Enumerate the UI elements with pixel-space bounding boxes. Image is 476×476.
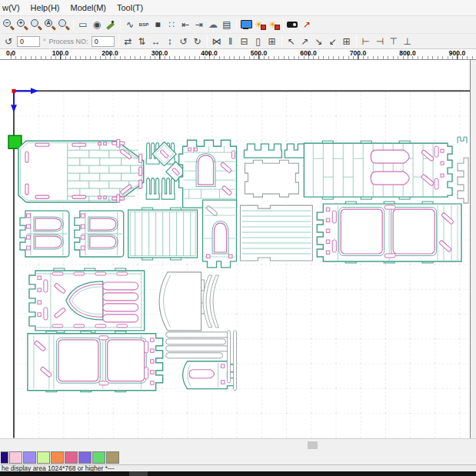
align-left-icon[interactable]: ⊢ <box>359 35 373 48</box>
param-list-icon[interactable]: ▤ <box>220 18 234 32</box>
zoom-pan-icon[interactable] <box>29 18 43 32</box>
laser-origin-icon[interactable] <box>253 18 267 32</box>
scrollbar-thumb[interactable] <box>308 441 318 449</box>
same-size-icon[interactable]: ⊞ <box>265 35 279 48</box>
laser-position-icon[interactable] <box>267 18 281 32</box>
ruler-label-400.0: 400.0 <box>201 49 217 57</box>
ruler-label-0.0: 0.0 <box>6 49 15 57</box>
piece-comb-right[interactable] <box>458 158 468 203</box>
ruler-label-500.0: 500.0 <box>251 49 267 57</box>
ruler-label-700.0: 700.0 <box>350 49 366 57</box>
toolbar-separator <box>236 19 237 31</box>
align-bottom-icon[interactable]: ⊥ <box>401 35 414 48</box>
toolbar-separator <box>120 19 121 31</box>
transform-toolbar: ↺0°Process NO:0⇄⇅↔↕↺↻⋈‖⊟▯⊞↖↗↘↙⊞⊢⊣⊤⊥ <box>0 33 476 48</box>
piece-curved-panel[interactable] <box>159 272 204 331</box>
toolbar-separator <box>356 35 357 47</box>
piece-tower-panel-1[interactable] <box>20 211 69 257</box>
v-distance-icon[interactable]: ⇥ <box>192 18 206 32</box>
laser-pen-icon[interactable]: ↗ <box>300 18 314 32</box>
rotate-left-icon[interactable]: ↺ <box>177 35 191 48</box>
piece-arch-column[interactable] <box>203 200 237 268</box>
color-swatch-8[interactable] <box>106 451 119 464</box>
weld-icon[interactable]: ⋈ <box>210 35 224 48</box>
toolbar-separator <box>281 35 282 47</box>
piece-plank-panel[interactable] <box>304 141 452 199</box>
zoom-select-icon[interactable] <box>57 18 71 32</box>
color-swatch-1[interactable] <box>9 451 22 464</box>
color-palette <box>0 451 476 464</box>
color-swatch-7[interactable] <box>92 451 105 464</box>
frame-tool-icon[interactable]: ▭ <box>76 18 90 32</box>
taskbar-edge <box>0 471 476 476</box>
pen-tool-icon[interactable] <box>104 18 118 32</box>
align-right-icon[interactable]: ⊣ <box>373 35 387 48</box>
magnifier-glass <box>31 19 38 27</box>
piece-battlement-strip-1[interactable] <box>244 144 281 158</box>
toolbar-separator <box>118 35 119 47</box>
color-swatch-5[interactable] <box>65 451 78 464</box>
zoom-out-icon[interactable]: − <box>2 18 15 32</box>
group-icon[interactable]: ‖ <box>224 35 238 48</box>
menu-item-1[interactable]: Help(H) <box>31 3 60 12</box>
same-height-icon[interactable]: ▯ <box>251 35 265 48</box>
piece-door-panel-right[interactable] <box>317 201 461 263</box>
horizontal-ruler[interactable]: 0.0100.0200.0300.0400.0500.0600.0700.080… <box>0 48 476 60</box>
magnifier-glass: − <box>3 19 11 27</box>
magnifier-glass: A <box>45 19 52 27</box>
toolbar-separator <box>283 19 284 31</box>
piece-ladder-panel[interactable] <box>240 205 312 261</box>
align-bottom-left-icon[interactable]: ↙ <box>326 35 340 48</box>
same-width-icon[interactable]: ⊟ <box>238 35 251 48</box>
zoom-in-icon[interactable]: + <box>15 18 29 32</box>
align-bottom-right-icon[interactable]: ↘ <box>312 35 326 48</box>
toolbar-separator <box>73 19 74 31</box>
align-top-left-icon[interactable]: ↖ <box>285 35 298 48</box>
curve-tool-icon[interactable]: ∿ <box>123 18 137 32</box>
horizontal-scrollbar[interactable] <box>0 438 476 451</box>
ruler-label-900.0: 900.0 <box>449 49 465 57</box>
color-swatch-2[interactable] <box>23 451 36 464</box>
color-swatch-3[interactable] <box>37 451 50 464</box>
zoom-all-icon[interactable]: A <box>43 18 57 32</box>
stretch-horizontal-icon[interactable]: ↔ <box>149 35 163 48</box>
menu-item-0[interactable]: w(V) <box>2 3 20 12</box>
piece-striped-panel[interactable] <box>128 208 198 260</box>
piece-plain-panel[interactable] <box>245 160 298 197</box>
color-swatch-4[interactable] <box>51 451 64 464</box>
piece-tower-wall[interactable] <box>179 140 237 208</box>
stretch-vertical-icon[interactable]: ↕ <box>163 35 177 48</box>
ruler-label-200.0: 200.0 <box>102 49 118 57</box>
angle-input[interactable]: 0 <box>17 36 40 47</box>
bsp-curve-icon[interactable]: BSP <box>137 18 151 32</box>
preview-monitor-icon[interactable] <box>239 18 253 32</box>
toolbar-separator <box>207 35 208 47</box>
rotate-right-icon[interactable]: ↻ <box>191 35 205 48</box>
menu-item-2[interactable]: Model(M) <box>71 3 106 12</box>
piece-tracery-panel[interactable] <box>29 268 145 333</box>
h-distance-icon[interactable]: ⇤ <box>178 18 192 32</box>
fill-tool-icon[interactable]: ■ <box>151 18 165 32</box>
align-top-icon[interactable]: ⊤ <box>387 35 401 48</box>
main-toolbar: −+A▭◉∿BSP■∷⇤⇥☁▤↗ <box>0 16 476 33</box>
magnifier-glass: + <box>17 19 25 27</box>
piece-octagon-brick-panel[interactable] <box>18 139 144 202</box>
menu-item-3[interactable]: Tool(T) <box>117 3 143 12</box>
device-icon[interactable] <box>286 18 300 32</box>
piece-door-panel-bottom[interactable] <box>28 331 163 392</box>
node-edit-icon[interactable]: ∷ <box>165 18 178 32</box>
piece-tower-panel-2[interactable] <box>75 211 124 257</box>
process-no-input[interactable]: 0 <box>92 36 115 47</box>
cloud-icon[interactable]: ☁ <box>206 18 220 32</box>
vertical-scrollbar[interactable] <box>471 60 476 438</box>
color-swatch-0[interactable] <box>1 451 8 464</box>
align-top-right-icon[interactable]: ↗ <box>298 35 312 48</box>
status-bar: he display area 1024*768 or higher *--- <box>0 464 476 471</box>
mirror-vertical-icon[interactable]: ⇅ <box>135 35 149 48</box>
drawing-canvas[interactable] <box>0 60 471 438</box>
align-center-icon[interactable]: ⊞ <box>340 35 354 48</box>
simulate-icon[interactable]: ◉ <box>90 18 104 32</box>
rotate-angle-icon[interactable]: ↺ <box>2 35 15 48</box>
color-swatch-6[interactable] <box>78 451 92 464</box>
mirror-horizontal-icon[interactable]: ⇄ <box>121 35 135 48</box>
